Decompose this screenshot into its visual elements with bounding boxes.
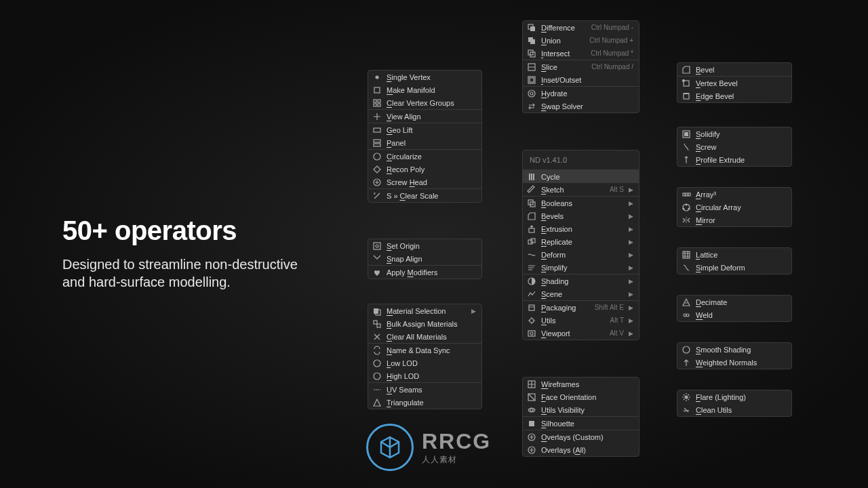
menu-item-uv-seams[interactable]: UV Seams — [368, 383, 481, 396]
menu-item-name-data-sync[interactable]: Name & Data Sync — [368, 344, 481, 357]
menu-item-screw[interactable]: Screw — [677, 140, 791, 153]
menu-overlay-ops: WireframesFace OrientationUtils Visibili… — [522, 377, 639, 457]
menu-item-deform[interactable]: Deform▶ — [523, 248, 639, 261]
menu-item-circularize[interactable]: Circularize — [368, 150, 481, 163]
menu-item-weighted-normals[interactable]: Weighted Normals — [677, 356, 791, 369]
menu-item-booleans[interactable]: Booleans▶ — [523, 197, 639, 209]
menu-item-profile-extrude[interactable]: Profile Extrude — [677, 153, 791, 166]
shape-icon — [372, 165, 382, 174]
headline-subtitle: Designed to streamline non-destructive a… — [62, 256, 298, 291]
menu-item-union[interactable]: UnionCtrl Numpad + — [523, 34, 639, 47]
menu-item-high-lod[interactable]: High LOD — [368, 369, 481, 382]
menu-material-ops: Material Selection▶Bulk Assign Materials… — [368, 304, 482, 409]
menu-item-silhouette[interactable]: Silhouette — [523, 417, 639, 430]
svg-point-62 — [683, 208, 684, 209]
menu-item-extrusion[interactable]: Extrusion▶ — [523, 222, 639, 235]
menu-item-clear-all-materials[interactable]: Clear All Materials — [368, 330, 481, 343]
clean-icon — [682, 405, 691, 415]
menu-item-overlays-all-[interactable]: Overlays (All) — [523, 443, 639, 456]
sdef-icon — [682, 263, 691, 272]
svg-rect-37 — [529, 228, 534, 232]
svg-rect-58 — [688, 193, 690, 196]
menu-item-face-orientation[interactable]: Face Orientation — [523, 390, 639, 403]
menu-item-smooth-shading[interactable]: Smooth Shading — [677, 343, 791, 356]
menu-item-circular-array[interactable]: Circular Array — [677, 201, 791, 214]
wire-icon — [527, 380, 536, 389]
tri-icon — [372, 398, 382, 407]
menu-item-label: Circularize — [387, 152, 476, 161]
menu-item-set-origin[interactable]: Set Origin — [368, 239, 481, 252]
svg-point-44 — [530, 332, 533, 335]
menu-item-array-[interactable]: Array³ — [677, 188, 791, 201]
menu-item-label: Simplify — [541, 264, 624, 272]
menu-item-s-clear-scale[interactable]: S » Clear Scale — [368, 189, 481, 202]
menu-item-label: View Align — [387, 113, 476, 121]
menu-sketch-ops: Single VertexMake ManifoldClear Vertex G… — [368, 70, 482, 203]
menu-item-simple-deform[interactable]: Simple Deform — [677, 261, 791, 274]
menu-item-triangulate[interactable]: Triangulate — [368, 396, 481, 409]
menu-item-hydrate[interactable]: Hydrate — [523, 87, 639, 100]
menu-item-label: Name & Data Sync — [387, 346, 476, 354]
menu-item-apply-modifiers[interactable]: Apply Modifiers — [368, 266, 481, 279]
menu-item-intersect[interactable]: IntersectCtrl Numpad * — [523, 47, 639, 60]
menu-item-screw-head[interactable]: Screw Head — [368, 176, 481, 188]
menu-item-make-manifold[interactable]: Make Manifold — [368, 83, 481, 96]
menu-item-packaging[interactable]: PackagingShift Alt E▶ — [523, 301, 639, 314]
menu-item-clean-utils[interactable]: Clean Utils — [677, 403, 791, 416]
hydrate-icon — [527, 89, 536, 98]
menu-item-bevels[interactable]: Bevels▶ — [523, 209, 639, 222]
menu-item-swap-solver[interactable]: Swap Solver — [523, 100, 639, 113]
mat-icon — [372, 306, 382, 316]
menu-item-utils[interactable]: UtilsAlt T▶ — [523, 314, 639, 327]
menu-item-slice[interactable]: SliceCtrl Numpad / — [523, 60, 639, 73]
origin-icon — [372, 241, 382, 251]
menu-item-sketch[interactable]: SketchAlt S▶ — [523, 183, 639, 196]
menu-item-view-align[interactable]: View Align — [368, 110, 481, 123]
menu-item-mirror[interactable]: Mirror — [677, 214, 791, 226]
menu-item-single-vertex[interactable]: Single Vertex — [368, 70, 481, 83]
menu-item-label: Snap Align — [387, 255, 476, 263]
menu-item-difference[interactable]: DifferenceCtrl Numpad - — [523, 21, 639, 34]
menu-item-bulk-assign-materials[interactable]: Bulk Assign Materials — [368, 317, 481, 330]
menu-item-label: Packaging — [541, 304, 590, 312]
svg-rect-43 — [528, 331, 535, 336]
menu-item-bevel[interactable]: Bevel — [677, 63, 791, 76]
menu-item-material-selection[interactable]: Material Selection▶ — [368, 304, 481, 317]
svg-rect-4 — [374, 104, 376, 106]
menu-item-low-lod[interactable]: Low LOD — [368, 357, 481, 369]
menu-item-label: Weighted Normals — [696, 359, 786, 367]
menu-item-shading[interactable]: Shading▶ — [523, 274, 639, 287]
menu-item-label: Clean Utils — [696, 406, 786, 414]
menu-item-edge-bevel[interactable]: Edge Bevel — [677, 89, 791, 102]
menu-item-geo-lift[interactable]: Geo Lift — [368, 123, 481, 136]
menu-item-solidify[interactable]: Solidify — [677, 127, 791, 140]
menu-item-clear-vertex-groups[interactable]: Clear Vertex Groups — [368, 96, 481, 109]
menu-item-scene[interactable]: Scene▶ — [523, 287, 639, 300]
shortcut-label: Ctrl Numpad / — [591, 63, 633, 70]
svg-rect-34 — [533, 174, 534, 180]
menu-item-panel[interactable]: Panel — [368, 136, 481, 149]
menu-item-overlays-custom-[interactable]: Overlays (Custom) — [523, 430, 639, 443]
menu-item-lattice[interactable]: Lattice — [677, 248, 791, 261]
submenu-arrow-icon: ▶ — [629, 291, 633, 298]
menu-item-weld[interactable]: Weld — [677, 308, 791, 321]
face-icon — [527, 392, 536, 402]
menu-item-simplify[interactable]: Simplify▶ — [523, 261, 639, 274]
menu-item-wireframes[interactable]: Wireframes — [523, 378, 639, 390]
shortcut-label: Shift Alt E — [595, 304, 624, 311]
menu-item-snap-align[interactable]: Snap Align — [368, 252, 481, 265]
menu-item-inset-outset[interactable]: Inset/Outset — [523, 73, 639, 86]
menu-item-utils-visibility[interactable]: Utils Visibility — [523, 403, 639, 416]
menu-item-viewport[interactable]: ViewportAlt V▶ — [523, 327, 639, 340]
simplify-icon — [527, 263, 536, 272]
svg-rect-8 — [374, 144, 380, 146]
replicate-icon — [527, 237, 536, 247]
menu-boolean-ops: DifferenceCtrl Numpad -UnionCtrl Numpad … — [522, 20, 639, 113]
menu-item-recon-poly[interactable]: Recon Poly — [368, 163, 481, 176]
menu-item-vertex-bevel[interactable]: Vertex Bevel — [677, 77, 791, 89]
menu-item-flare-lighting-[interactable]: Flare (Lighting) — [677, 390, 791, 403]
svg-rect-2 — [374, 100, 376, 102]
menu-item-decimate[interactable]: Decimate — [677, 296, 791, 308]
menu-item-cycle[interactable]: Cycle — [523, 170, 639, 183]
menu-item-replicate[interactable]: Replicate▶ — [523, 235, 639, 248]
